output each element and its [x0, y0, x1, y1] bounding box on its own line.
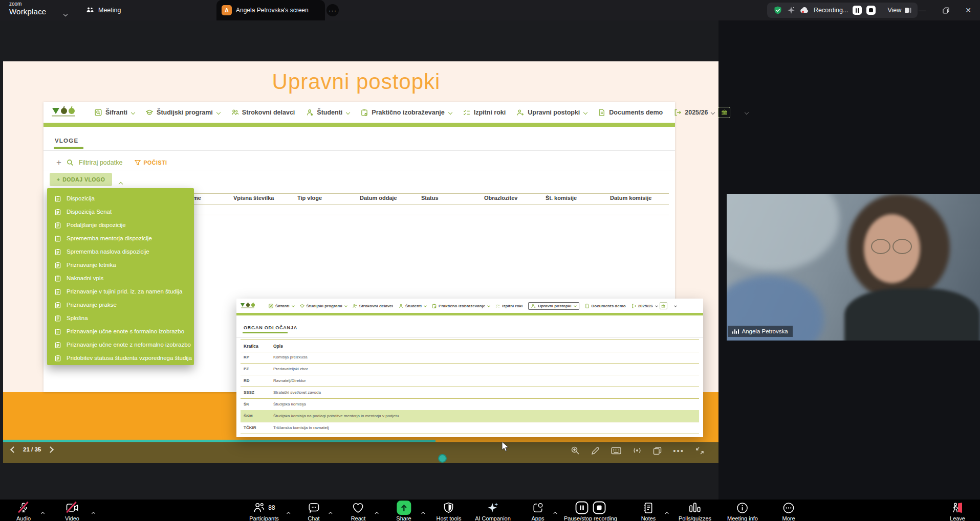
more-control[interactable]: More [782, 502, 795, 521]
mini-nav-prakticno[interactable]: Praktično izobraževanje [432, 304, 490, 308]
chevron-up-icon[interactable] [119, 178, 122, 188]
mini-nav-studenti[interactable]: Študenti [399, 304, 426, 308]
menu-item-dispozicija[interactable]: Dispozicija [47, 192, 194, 205]
broadcast-icon[interactable] [633, 446, 642, 455]
pause-recording-icon[interactable] [575, 501, 589, 514]
meeting-info-control[interactable]: Meeting info [727, 502, 758, 521]
search-icon[interactable] [67, 159, 74, 166]
nav-label: Documents demo [592, 304, 626, 308]
stop-recording-button[interactable] [866, 6, 876, 15]
mini-nav-izpitni[interactable]: Izpitni roki [495, 304, 522, 308]
menu-item-priznavanje-tujina[interactable]: Priznavanje v tujini prid. iz. za namen … [47, 285, 194, 298]
tab-shared-screen[interactable]: A Angela Petrovska's screen [216, 0, 325, 20]
menu-item-sprememba-mentorja[interactable]: Sprememba mentorja dispozicije [47, 232, 194, 245]
mini-nav-studijski[interactable]: Študijski programi [300, 304, 347, 308]
chevron-down-icon[interactable] [745, 110, 749, 114]
leave-control[interactable]: Leave [950, 502, 965, 521]
mini-nav-strokovni[interactable]: Strokovni delavci [353, 304, 393, 308]
table-row-highlighted[interactable]: ŠKM Študijska komisija na podlagi potrdi… [241, 410, 699, 422]
polls-control[interactable]: Polls/quizzes [679, 502, 711, 521]
tab-meeting[interactable]: Meeting [86, 0, 121, 20]
table-row[interactable]: PZ Predavateljski zbor [241, 363, 699, 375]
minimize-button[interactable]: — [910, 0, 934, 20]
react-caret[interactable] [375, 508, 378, 517]
nav-item-studijski-programi[interactable]: Študijski programi [146, 109, 220, 116]
ai-sparkle-icon[interactable] [787, 6, 795, 14]
chat-control[interactable]: Chat [308, 502, 319, 521]
react-control[interactable]: React [351, 502, 366, 521]
webcam-video-angela[interactable]: Angela Petrovska [727, 194, 980, 341]
stop-recording-icon[interactable] [593, 501, 606, 514]
table-row[interactable]: RD Ravnatelj/Direktor [241, 375, 699, 387]
ai-companion-control[interactable]: AI Companion [475, 502, 511, 521]
nav-item-documents-demo[interactable]: Documents demo [598, 109, 663, 116]
table-row[interactable]: TČKIR Tričlanska komisija in ravnatelj [241, 422, 699, 434]
mini-nav-documents[interactable]: Documents demo [585, 304, 626, 308]
video-options-caret[interactable] [92, 508, 95, 517]
zoom-in-icon[interactable] [571, 446, 580, 455]
menu-item-dispozicija-senat[interactable]: Dispozicija Senat [47, 205, 194, 218]
notes-caret[interactable] [665, 508, 668, 517]
school-year-selector[interactable]: 2025/26 [674, 107, 748, 118]
mini-nav-sifranti[interactable]: Šifranti [269, 304, 294, 308]
table-row[interactable]: SSSZ Strateški svet/svet zavoda [241, 387, 699, 399]
participants-control[interactable]: 88 Participants [249, 502, 278, 521]
clear-filters-button[interactable]: POČISTI [135, 160, 167, 166]
annotate-pen-icon[interactable] [591, 446, 600, 455]
pause-recording-button[interactable] [853, 6, 862, 15]
video-control[interactable]: Video [65, 502, 79, 521]
viewer-more-icon[interactable]: ••• [673, 446, 684, 455]
nav-item-sifranti[interactable]: Šifranti [95, 109, 135, 116]
notes-control[interactable]: Notes [641, 502, 656, 521]
more-label: More [782, 515, 795, 521]
previous-slide-button[interactable] [10, 446, 17, 453]
table-row[interactable]: KP Komisija preizkusa [241, 351, 699, 364]
audio-options-caret[interactable] [41, 508, 44, 517]
view-button[interactable]: View [887, 7, 911, 14]
menu-item-priznavanje-prakse[interactable]: Priznavanje prakse [47, 298, 194, 311]
add-filter-icon[interactable]: + [56, 158, 61, 167]
host-tools-control[interactable]: Host tools [437, 502, 462, 521]
nav-item-izpitni-roki[interactable]: Izpitni roki [463, 109, 506, 116]
menu-item-naknadni-vpis[interactable]: Naknadni vpis [47, 271, 194, 285]
maximize-button[interactable] [934, 0, 957, 20]
apps-caret[interactable] [554, 508, 557, 517]
participants-caret[interactable] [288, 508, 290, 517]
mini-nav-upravni-selected[interactable]: Upravni postopki [528, 302, 579, 310]
chat-caret[interactable] [330, 508, 332, 517]
security-shield-icon[interactable] [773, 6, 782, 15]
school-logo[interactable] [52, 108, 75, 117]
add-vloga-button[interactable]: + DODAJ VLOGO [50, 173, 112, 186]
menu-item-ucna-enota-neformalno[interactable]: Priznavanje učne enote z neformalno izob… [47, 338, 194, 351]
menu-item-podaljsanje[interactable]: Podaljšanje dispozicije [47, 218, 194, 232]
menu-item-vzporedni-studij[interactable]: Pridobitev statusa študenta vzporednega … [47, 351, 194, 365]
workspace-chevron-icon[interactable] [64, 9, 67, 18]
exit-fullscreen-icon[interactable] [695, 446, 704, 455]
institution-button[interactable] [718, 107, 730, 118]
tab-vloge[interactable]: VLOGE [55, 138, 78, 144]
nav-item-prakticno-izobrazevanje[interactable]: Praktično izobraževanje [361, 109, 451, 116]
multi-page-icon[interactable] [653, 446, 662, 455]
tab-organ-odlocanja[interactable]: ORGAN ODLOČANJA [244, 325, 297, 330]
nav-item-strokovni-delavci[interactable]: Strokovni delavci [231, 109, 295, 116]
nav-item-upravni-postopki[interactable]: Upravni postopki [517, 109, 587, 116]
apps-control[interactable]: Apps [531, 502, 544, 521]
keyboard-icon[interactable] [611, 447, 621, 455]
cell-opis: Študijska komisija [273, 402, 306, 406]
mini-year-selector[interactable]: 2025/26 [631, 302, 677, 309]
nav-label: Šifranti [105, 109, 127, 116]
menu-item-sprememba-naslova[interactable]: Sprememba naslova dispozicije [47, 245, 194, 258]
filter-data-label[interactable]: Filtriraj podatke [79, 159, 122, 166]
next-slide-button[interactable] [47, 446, 54, 453]
share-control[interactable]: Share [396, 502, 411, 521]
menu-item-splosna[interactable]: Splošna [47, 311, 194, 325]
chevron-down-icon [424, 304, 427, 307]
table-row[interactable]: ŠK Študijska komisija [241, 398, 699, 411]
nav-item-studenti[interactable]: Študenti [306, 109, 350, 116]
menu-item-ucna-enota-formalno[interactable]: Priznavanje učne enote s formalno izobra… [47, 325, 194, 338]
tab-more-button[interactable]: ··· [326, 4, 339, 16]
menu-item-priznavanje-letnika[interactable]: Priznavanje letnika [47, 258, 194, 271]
close-button[interactable]: ✕ [956, 0, 980, 20]
share-caret[interactable] [422, 508, 425, 517]
audio-control[interactable]: Audio [16, 502, 31, 521]
